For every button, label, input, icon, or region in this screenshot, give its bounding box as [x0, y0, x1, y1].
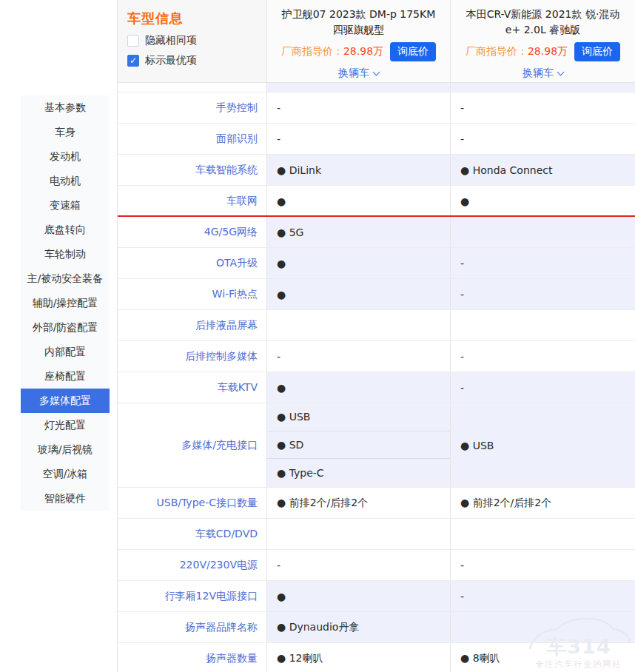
sidebar-item[interactable]: 多媒体配置 [21, 389, 110, 413]
car1-value: ● [267, 279, 451, 309]
inquiry-price-button[interactable]: 询底价 [390, 42, 436, 61]
sidebar-item[interactable]: 内部配置 [21, 340, 110, 364]
car1-value: - [267, 93, 451, 123]
car2-value: - [451, 581, 635, 611]
row-label[interactable]: 扬声器数量 [118, 643, 267, 672]
table-row: 多媒体/充电接口● USB● SD● Type-C● USB [118, 403, 635, 488]
table-row: 后排液晶屏幕 [118, 310, 635, 341]
row-label[interactable]: OTA升级 [118, 248, 267, 278]
checkbox-label: 隐藏相同项 [145, 34, 197, 47]
car1-name-line2: 四驱旗舰型 [267, 22, 450, 38]
car1-value: - [267, 124, 451, 154]
sidebar-item[interactable]: 变速箱 [21, 193, 110, 218]
row-label[interactable]: Wi-Fi热点 [118, 279, 267, 309]
row-label[interactable]: 后排液晶屏幕 [118, 310, 267, 340]
sidebar-item[interactable]: 辅助/操控配置 [21, 291, 110, 315]
row-label[interactable]: 车联网 [118, 186, 267, 216]
checkbox-label: 标示最优项 [145, 54, 197, 67]
sidebar-item[interactable]: 底盘转向 [21, 218, 110, 242]
chevron-down-icon [557, 68, 565, 75]
row-label[interactable]: 面部识别 [118, 124, 267, 154]
sidebar-item[interactable]: 主/被动安全装备 [21, 266, 110, 291]
sidebar-item[interactable]: 智能硬件 [21, 486, 110, 511]
category-sidebar: 基本参数车身发动机电动机变速箱底盘转向车轮制动主/被动安全装备辅助/操控配置外部… [21, 95, 110, 511]
car1-value: ● 12喇叭 [267, 643, 451, 672]
sidebar-item[interactable]: 外部/防盗配置 [21, 315, 110, 340]
value-subcell: ● USB [267, 403, 450, 431]
row-label[interactable]: 车载CD/DVD [118, 519, 267, 549]
row-label[interactable]: 4G/5G网络 [118, 217, 267, 247]
red-divider-line [118, 215, 635, 217]
hide-same-checkbox[interactable]: ✓ 隐藏相同项 [127, 34, 266, 47]
car1-value: - [267, 550, 451, 580]
checkbox-box[interactable]: ✓ [127, 55, 139, 67]
row-label[interactable]: 车载智能系统 [118, 155, 267, 185]
car2-value [451, 310, 635, 340]
car1-header: 护卫舰07 2023款 DM-p 175KM 四驱旗舰型 厂商指导价： 28.9… [267, 0, 451, 82]
car2-value [451, 217, 635, 247]
car2-value: - [451, 93, 635, 123]
car2-value: - [451, 341, 635, 372]
car1-value: ● DiLink [267, 155, 451, 185]
mark-best-checkbox[interactable]: ✓ 标示最优项 [127, 54, 266, 67]
inquiry-price-button[interactable]: 询底价 [574, 42, 620, 61]
table-row: 4G/5G网络● 5G [118, 217, 635, 248]
car2-value: ● 前排2个/后排2个 [451, 488, 635, 518]
car2-name-line2: e+ 2.0L 睿驰版 [451, 22, 635, 38]
car1-value: ● [267, 186, 451, 216]
car1-value: - [267, 341, 451, 372]
value-subcell: ● Type-C [267, 459, 450, 487]
row-label[interactable]: USB/Type-C接口数量 [118, 488, 267, 518]
check-icon: ✓ [130, 56, 137, 65]
sidebar-item[interactable]: 空调/冰箱 [21, 462, 110, 486]
table-row: 面部识别-- [118, 124, 635, 155]
row-label[interactable]: 扬声器品牌名称 [118, 612, 267, 642]
car1-value: ● USB● SD● Type-C [267, 403, 451, 487]
switch-car-label: 换辆车 [338, 67, 369, 80]
car1-value [267, 519, 451, 549]
table-row: 扬声器数量● 12喇叭● 8喇叭 [118, 643, 635, 672]
switch-car-link[interactable]: 换辆车 [451, 67, 635, 80]
price-label: 厂商指导价： [281, 45, 343, 58]
car2-value: - [451, 550, 635, 580]
table-row: OTA升级●- [118, 248, 635, 279]
car2-value [451, 519, 635, 549]
table-row: 车联网●● [118, 186, 635, 217]
sidebar-item[interactable]: 灯光配置 [21, 413, 110, 437]
car2-value: ● USB [451, 403, 635, 487]
row-label[interactable]: 车载KTV [118, 372, 267, 403]
price-value: 28.98万 [528, 45, 568, 58]
panel-title: 车型信息 [127, 10, 266, 27]
car1-value: ● 前排2个/后排2个 [267, 488, 451, 518]
switch-car-link[interactable]: 换辆车 [267, 67, 450, 80]
sidebar-item[interactable]: 发动机 [21, 144, 110, 169]
sidebar-item[interactable]: 基本参数 [21, 95, 110, 120]
car2-value: ● [451, 186, 635, 216]
row-label[interactable]: 手势控制 [118, 93, 267, 123]
row-label[interactable]: 220V/230V电源 [118, 550, 267, 580]
car2-value [451, 83, 635, 92]
table-row: 220V/230V电源-- [118, 550, 635, 581]
sidebar-item[interactable]: 车身 [21, 120, 110, 144]
car2-value: - [451, 248, 635, 278]
table-row: 扬声器品牌名称● Dynaudio丹拿 [118, 612, 635, 643]
partial-row [118, 83, 635, 93]
car2-value: - [451, 279, 635, 309]
row-label[interactable]: 后排控制多媒体 [118, 341, 267, 372]
checkbox-box[interactable]: ✓ [127, 35, 139, 47]
car1-value: ● 5G [267, 217, 451, 247]
sidebar-item[interactable]: 车轮制动 [21, 242, 110, 266]
car1-value: ● [267, 248, 451, 278]
sidebar-item[interactable]: 座椅配置 [21, 364, 110, 389]
car1-value: ● [267, 581, 451, 611]
sidebar-item[interactable]: 电动机 [21, 169, 110, 193]
car1-value [267, 83, 451, 92]
row-label[interactable]: 多媒体/充电接口 [118, 403, 267, 487]
row-label[interactable]: 行李厢12V电源接口 [118, 581, 267, 611]
row-label [118, 83, 267, 92]
header-info-cell: 车型信息 ✓ 隐藏相同项 ✓ 标示最优项 [118, 0, 267, 82]
sidebar-item[interactable]: 玻璃/后视镜 [21, 437, 110, 462]
table-row: 行李厢12V电源接口●- [118, 581, 635, 612]
price-label: 厂商指导价： [466, 45, 528, 58]
car1-value [267, 310, 451, 340]
